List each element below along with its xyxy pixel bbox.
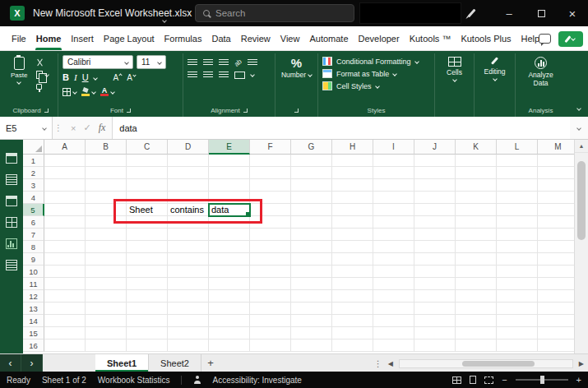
confirm-entry-icon[interactable]: ✓ xyxy=(83,122,90,133)
cell-B1[interactable] xyxy=(86,155,127,167)
menu-tab-view[interactable]: View xyxy=(275,26,305,50)
cell-E8[interactable] xyxy=(209,241,250,253)
cell-L10[interactable] xyxy=(497,266,538,278)
cell-M5[interactable] xyxy=(538,204,574,216)
menu-tab-data[interactable]: Data xyxy=(206,26,235,50)
cell-B6[interactable] xyxy=(86,216,127,229)
page-layout-view-button[interactable] xyxy=(470,376,476,384)
column-header-H[interactable]: H xyxy=(332,140,373,155)
cell-B12[interactable] xyxy=(86,290,127,303)
cell-E9[interactable] xyxy=(209,253,250,266)
row-header-10[interactable]: 10 xyxy=(23,266,44,278)
cell-F3[interactable] xyxy=(250,179,291,192)
cell-K13[interactable] xyxy=(456,303,497,315)
number-dialog-launcher[interactable] xyxy=(294,109,299,113)
sheet-tab-sheet1[interactable]: Sheet1 xyxy=(95,354,149,372)
cell-F5[interactable] xyxy=(250,204,291,216)
column-header-I[interactable]: I xyxy=(373,140,414,155)
cell-C8[interactable] xyxy=(127,241,168,253)
cell-D3[interactable] xyxy=(168,179,209,192)
cell-H3[interactable] xyxy=(332,179,373,192)
cell-E5[interactable]: data xyxy=(209,204,250,216)
cell-A7[interactable] xyxy=(44,229,86,241)
cell-I3[interactable] xyxy=(373,179,414,192)
name-box[interactable]: E5 xyxy=(0,117,53,139)
cell-D4[interactable] xyxy=(168,192,209,204)
cell-G4[interactable] xyxy=(291,192,332,204)
cell-H16[interactable] xyxy=(332,340,373,352)
orientation-button[interactable]: ab xyxy=(233,58,243,68)
pen-icon[interactable] xyxy=(467,9,475,18)
cell-H13[interactable] xyxy=(332,303,373,315)
cell-L15[interactable] xyxy=(497,327,538,340)
align-bottom-button[interactable] xyxy=(219,59,229,67)
cell-I11[interactable] xyxy=(373,278,414,290)
cell-M8[interactable] xyxy=(538,241,574,253)
cell-M10[interactable] xyxy=(538,266,574,278)
cell-C13[interactable] xyxy=(127,303,168,315)
cell-B4[interactable] xyxy=(86,192,127,204)
cell-A8[interactable] xyxy=(44,241,86,253)
cell-B8[interactable] xyxy=(86,241,127,253)
cell-E16[interactable] xyxy=(209,340,250,352)
cell-M6[interactable] xyxy=(538,216,574,229)
cell-E6[interactable] xyxy=(209,216,250,229)
merge-center-button[interactable] xyxy=(234,72,245,79)
scroll-up-arrow-icon[interactable]: ▲ xyxy=(575,140,588,153)
cell-G10[interactable] xyxy=(291,266,332,278)
cell-B15[interactable] xyxy=(86,327,127,340)
cell-C15[interactable] xyxy=(127,327,168,340)
cell-D11[interactable] xyxy=(168,278,209,290)
cell-I12[interactable] xyxy=(373,290,414,303)
cell-C5[interactable]: Sheet xyxy=(127,204,168,216)
cell-J9[interactable] xyxy=(414,253,456,266)
format-as-table-button[interactable]: Format as Table xyxy=(322,67,430,80)
cell-B16[interactable] xyxy=(86,340,127,352)
cell-H11[interactable] xyxy=(332,278,373,290)
font-color-button[interactable]: A xyxy=(100,87,114,96)
cell-C6[interactable] xyxy=(127,216,168,229)
wrap-text-button[interactable] xyxy=(248,59,257,67)
font-size-select[interactable]: 11 xyxy=(137,55,166,69)
sheet-count-info[interactable]: Sheet 1 of 2 xyxy=(42,376,86,385)
cell-K10[interactable] xyxy=(456,266,497,278)
editing-button[interactable]: Editing xyxy=(479,55,511,81)
cell-L12[interactable] xyxy=(497,290,538,303)
cell-B2[interactable] xyxy=(86,167,127,179)
cell-H6[interactable] xyxy=(332,216,373,229)
close-button[interactable]: × xyxy=(557,0,588,26)
cell-K1[interactable] xyxy=(456,155,497,167)
menu-tab-formulas[interactable]: Formulas xyxy=(160,26,207,50)
vertical-scrollbar-thumb[interactable] xyxy=(577,161,586,240)
formula-input[interactable]: data xyxy=(113,117,570,139)
cell-J12[interactable] xyxy=(414,290,456,303)
row-header-9[interactable]: 9 xyxy=(23,253,44,266)
cell-I10[interactable] xyxy=(373,266,414,278)
expand-formula-bar-button[interactable] xyxy=(570,117,588,139)
workbook-statistics[interactable]: Workbook Statistics xyxy=(98,376,170,385)
cell-A3[interactable] xyxy=(44,179,86,192)
cell-I1[interactable] xyxy=(373,155,414,167)
row-header-3[interactable]: 3 xyxy=(23,179,44,192)
cell-G1[interactable] xyxy=(291,155,332,167)
cell-J5[interactable] xyxy=(414,204,456,216)
cell-F8[interactable] xyxy=(250,241,291,253)
cell-J15[interactable] xyxy=(414,327,456,340)
insert-function-icon[interactable]: fx xyxy=(99,122,106,134)
cell-M7[interactable] xyxy=(538,229,574,241)
cell-K11[interactable] xyxy=(456,278,497,290)
align-left-button[interactable] xyxy=(188,72,197,79)
cell-C16[interactable] xyxy=(127,340,168,352)
cell-C1[interactable] xyxy=(127,155,168,167)
cell-C10[interactable] xyxy=(127,266,168,278)
excel-logo-icon[interactable]: X xyxy=(10,6,25,21)
format-painter-button[interactable] xyxy=(36,82,49,91)
column-header-M[interactable]: M xyxy=(538,140,574,155)
cell-I14[interactable] xyxy=(373,315,414,327)
chevron-down-icon[interactable] xyxy=(250,72,255,77)
row-header-7[interactable]: 7 xyxy=(23,229,44,241)
number-format-button[interactable]: % Number xyxy=(280,55,313,79)
zoom-slider-thumb[interactable] xyxy=(540,376,544,384)
column-header-L[interactable]: L xyxy=(497,140,538,155)
cell-D6[interactable] xyxy=(168,216,209,229)
